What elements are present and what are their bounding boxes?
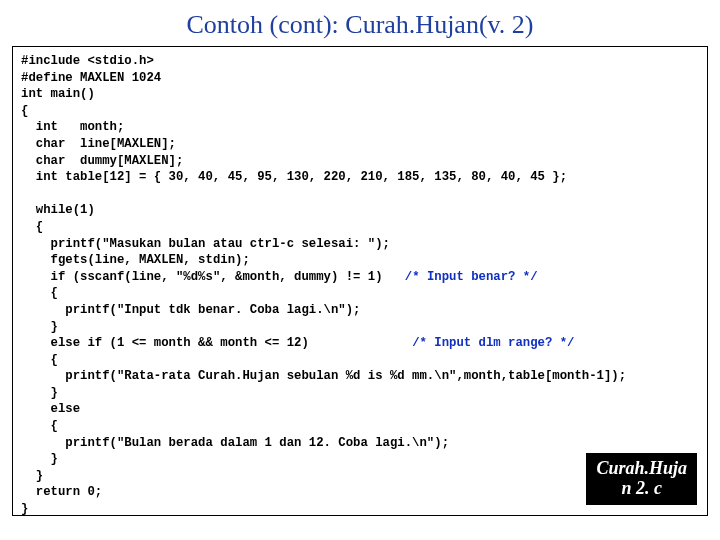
code-container: #include <stdio.h> #define MAXLEN 1024 i… — [12, 46, 708, 516]
code-comment: /* Input benar? */ — [405, 270, 538, 284]
code-line: int main() — [21, 87, 95, 101]
code-line: if (sscanf(line, "%d%s", &month, dummy) … — [21, 270, 405, 284]
code-line: } — [21, 320, 58, 334]
code-line: printf("Bulan berada dalam 1 dan 12. Cob… — [21, 436, 449, 450]
code-line: #define MAXLEN 1024 — [21, 71, 161, 85]
code-line: int table[12] = { 30, 40, 45, 95, 130, 2… — [21, 170, 567, 184]
code-line: char dummy[MAXLEN]; — [21, 154, 183, 168]
code-comment: /* Input dlm range? */ — [412, 336, 574, 350]
code-line: } — [21, 502, 28, 516]
code-line: { — [21, 353, 58, 367]
code-line: return 0; — [21, 485, 102, 499]
code-line: { — [21, 220, 43, 234]
code-line: { — [21, 419, 58, 433]
code-line: printf("Input tdk benar. Coba lagi.\n"); — [21, 303, 360, 317]
code-line: fgets(line, MAXLEN, stdin); — [21, 253, 250, 267]
code-line: } — [21, 452, 58, 466]
code-line: { — [21, 104, 28, 118]
code-line: else — [21, 402, 80, 416]
slide-title: Contoh (cont): Curah.Hujan(v. 2) — [0, 0, 720, 46]
code-line: else if (1 <= month && month <= 12) — [21, 336, 412, 350]
code-line: while(1) — [21, 203, 95, 217]
filename-line2: n 2. c — [596, 479, 687, 499]
filename-badge: Curah.Huja n 2. c — [586, 453, 697, 505]
code-line: } — [21, 469, 43, 483]
code-line: int month; — [21, 120, 124, 134]
filename-line1: Curah.Huja — [596, 459, 687, 479]
code-line: { — [21, 286, 58, 300]
code-line: printf("Masukan bulan atau ctrl-c selesa… — [21, 237, 390, 251]
code-line: } — [21, 386, 58, 400]
code-line: #include <stdio.h> — [21, 54, 154, 68]
code-line: char line[MAXLEN]; — [21, 137, 176, 151]
code-block: #include <stdio.h> #define MAXLEN 1024 i… — [21, 53, 699, 516]
code-line: printf("Rata-rata Curah.Hujan sebulan %d… — [21, 369, 626, 383]
